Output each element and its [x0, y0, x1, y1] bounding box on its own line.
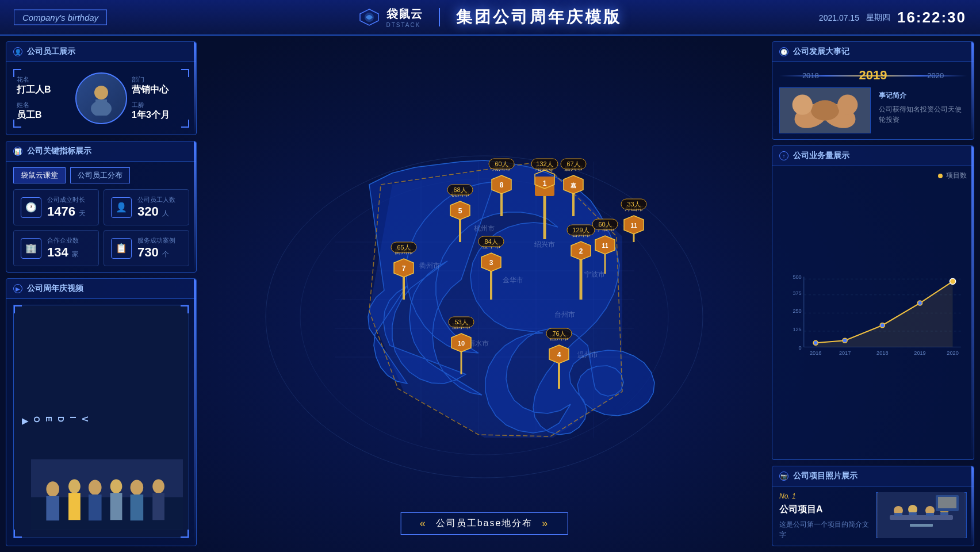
svg-text:7: 7	[402, 264, 406, 273]
panel-accent-4	[971, 42, 974, 139]
business-panel: ↑ 公司业务量展示 项目数 0	[772, 145, 974, 460]
logo-sub: DTSTACK	[386, 22, 423, 28]
chart-area: 项目数 0 125 250 375 500	[772, 166, 974, 458]
kpi-tab-1[interactable]: 袋鼠云课堂	[13, 167, 66, 183]
company-birthday-text: Company's birthday	[14, 10, 107, 25]
svg-point-108	[811, 100, 839, 120]
kpi-label-2: 合作企业数	[47, 236, 79, 245]
svg-rect-143	[910, 524, 933, 527]
photo-panel-header: 📷 公司项目照片展示	[772, 466, 974, 486]
svg-rect-142	[940, 512, 948, 515]
svg-text:2020: 2020	[947, 350, 958, 356]
office-svg	[878, 492, 964, 538]
kpi-data-1: 公司员工人数 320 人	[137, 195, 175, 219]
svg-text:金华市: 金华市	[503, 276, 523, 284]
kpi-tab-2[interactable]: 公司员工分布	[70, 167, 130, 183]
svg-text:10: 10	[458, 340, 465, 347]
kpi-panel: 📊 公司关键指标展示 袋鼠云课堂 公司员工分布 🕐 公司成立时长 1476 天	[6, 141, 197, 273]
timeline-year-2019[interactable]: 2019	[842, 68, 905, 83]
svg-text:60人: 60人	[598, 221, 611, 228]
timeline-year-2018[interactable]: 2018	[779, 71, 842, 80]
emp-tenure-value: 1年3个月	[132, 109, 186, 121]
emp-tenure-field: 工龄 1年3个月	[132, 101, 186, 121]
kpi-value-3: 730 个	[137, 245, 175, 260]
svg-point-109	[793, 95, 813, 115]
svg-text:宁波市: 宁波市	[584, 270, 605, 278]
panel-accent-2	[194, 141, 196, 272]
svg-text:1: 1	[543, 179, 547, 187]
timeline-years: 2018 2019 2020	[779, 68, 967, 83]
video-panel: ▶ 公司周年庆视频 VIDEO▶	[6, 278, 197, 546]
svg-text:84人: 84人	[484, 238, 497, 245]
time-text: 16:22:30	[897, 9, 966, 26]
svg-text:2: 2	[579, 247, 583, 255]
video-panel-header: ▶ 公司周年庆视频	[6, 279, 196, 299]
right-column: 🕐 公司发展大事记 2018 2019 2020	[767, 41, 974, 546]
svg-rect-14	[110, 493, 122, 520]
svg-point-130	[880, 323, 885, 328]
svg-rect-18	[152, 493, 164, 520]
svg-text:衢州市: 衢州市	[419, 262, 440, 270]
svg-text:5: 5	[458, 207, 462, 215]
kpi-unit-1: 人	[162, 209, 169, 217]
emp-dept-label: 部门	[132, 75, 186, 84]
svg-text:250: 250	[793, 308, 801, 314]
history-desc: 公司获得知名投资公司天使轮投资	[879, 104, 963, 125]
panel-accent-6	[971, 466, 974, 546]
kpi-metric-3: 📋 服务成功案例 730 个	[104, 230, 189, 266]
svg-point-13	[110, 480, 122, 494]
photo-no: No. 1	[779, 492, 870, 500]
employee-panel-title: 公司员工展示	[27, 47, 75, 57]
kpi-value-0: 1476 天	[47, 204, 86, 219]
emp-tenure-label: 工龄	[132, 101, 186, 109]
video-icon: ▶	[13, 284, 22, 293]
employee-grid: 花名 打工人B 姓名 员工B	[17, 72, 186, 124]
avatar-silhouette	[84, 81, 118, 116]
kpi-num-2: 134	[47, 245, 68, 259]
svg-point-15	[131, 480, 144, 495]
svg-point-131	[917, 301, 922, 305]
svg-rect-8	[46, 496, 59, 520]
svg-rect-4	[95, 99, 107, 109]
svg-point-17	[152, 480, 164, 494]
svg-rect-139	[894, 513, 902, 516]
video-corner-br	[181, 530, 189, 538]
video-label: VIDEO▶	[18, 416, 91, 427]
kpi-value-2: 134 家	[47, 245, 79, 260]
kpi-icon: 📊	[13, 147, 22, 156]
emp-nickname-value: 打工人B	[17, 84, 71, 96]
timeline-year-2020[interactable]: 2020	[904, 71, 967, 80]
header-title: 集团公司周年庆模版	[456, 6, 622, 28]
panel-accent-3	[194, 279, 196, 546]
employee-icon: 👤	[13, 47, 22, 56]
kpi-unit-3: 个	[162, 250, 169, 258]
company-birthday-badge: Company's birthday	[14, 10, 107, 25]
history-icon: 🕐	[779, 47, 788, 56]
video-frame[interactable]: VIDEO▶	[13, 305, 189, 538]
left-column: 👤 公司员工展示 花名 打工人B	[6, 41, 201, 546]
svg-text:76人: 76人	[552, 330, 565, 337]
svg-rect-134	[890, 515, 953, 520]
svg-text:绍兴市: 绍兴市	[534, 240, 555, 248]
kpi-data-0: 公司成立时长 1476 天	[47, 195, 86, 219]
kpi-num-1: 320	[137, 204, 159, 218]
emp-nickname-label: 花名	[17, 75, 71, 84]
date-text: 2021.07.15	[819, 13, 859, 22]
svg-point-7	[46, 481, 59, 496]
corner-bl	[13, 120, 21, 128]
map-svg: 衢州市 杭州市 金华市 绍兴市 丽水市 台州市 温州市 宁波市 1 绍兴市 13…	[220, 70, 749, 518]
header: Company's birthday 袋鼠云 DTSTACK 集团公司周年庆模版…	[0, 0, 980, 36]
panel-accent	[194, 42, 196, 135]
photo-panel-title: 公司项目照片展示	[793, 471, 858, 481]
corner-tr	[181, 69, 189, 77]
kpi-data-3: 服务成功案例 730 个	[137, 236, 175, 260]
business-panel-header: ↑ 公司业务量展示	[772, 146, 974, 166]
photo-image	[876, 492, 967, 538]
svg-text:4: 4	[557, 351, 561, 359]
kpi-unit-2: 家	[72, 250, 79, 258]
video-content: VIDEO▶	[6, 299, 196, 544]
employee-panel-header: 👤 公司员工展示	[6, 42, 196, 62]
kpi-num-3: 730	[137, 245, 159, 259]
svg-text:67人: 67人	[566, 160, 580, 167]
employee-avatar	[75, 72, 127, 124]
